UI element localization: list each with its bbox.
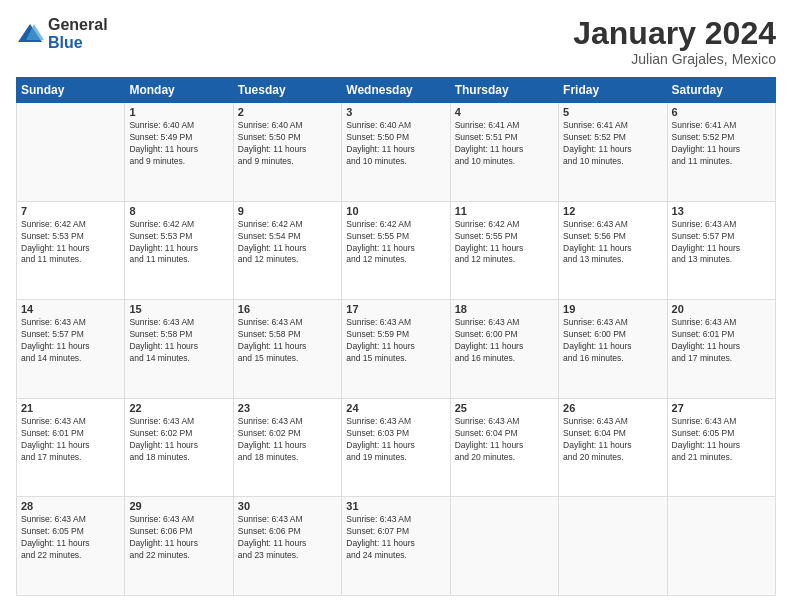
day-number: 6 — [672, 106, 771, 118]
day-number: 2 — [238, 106, 337, 118]
day-number: 20 — [672, 303, 771, 315]
title-area: January 2024 Julian Grajales, Mexico — [573, 16, 776, 67]
day-number: 10 — [346, 205, 445, 217]
day-info: Sunrise: 6:40 AM Sunset: 5:50 PM Dayligh… — [238, 120, 337, 168]
day-number: 13 — [672, 205, 771, 217]
day-number: 16 — [238, 303, 337, 315]
calendar-cell: 7Sunrise: 6:42 AM Sunset: 5:53 PM Daylig… — [17, 201, 125, 300]
calendar-body: 1Sunrise: 6:40 AM Sunset: 5:49 PM Daylig… — [17, 103, 776, 596]
day-of-week-header: Wednesday — [342, 78, 450, 103]
calendar-week-row: 14Sunrise: 6:43 AM Sunset: 5:57 PM Dayli… — [17, 300, 776, 399]
day-number: 5 — [563, 106, 662, 118]
day-number: 22 — [129, 402, 228, 414]
day-number: 8 — [129, 205, 228, 217]
header: General Blue January 2024 Julian Grajale… — [16, 16, 776, 67]
calendar-cell: 20Sunrise: 6:43 AM Sunset: 6:01 PM Dayli… — [667, 300, 775, 399]
logo-blue-text: Blue — [48, 34, 108, 52]
calendar-cell: 12Sunrise: 6:43 AM Sunset: 5:56 PM Dayli… — [559, 201, 667, 300]
logo-icon — [16, 20, 44, 48]
day-number: 25 — [455, 402, 554, 414]
day-info: Sunrise: 6:43 AM Sunset: 6:00 PM Dayligh… — [563, 317, 662, 365]
location-subtitle: Julian Grajales, Mexico — [573, 51, 776, 67]
day-info: Sunrise: 6:41 AM Sunset: 5:51 PM Dayligh… — [455, 120, 554, 168]
calendar-cell: 6Sunrise: 6:41 AM Sunset: 5:52 PM Daylig… — [667, 103, 775, 202]
day-info: Sunrise: 6:43 AM Sunset: 6:03 PM Dayligh… — [346, 416, 445, 464]
day-number: 17 — [346, 303, 445, 315]
logo-general-text: General — [48, 16, 108, 34]
calendar-cell: 8Sunrise: 6:42 AM Sunset: 5:53 PM Daylig… — [125, 201, 233, 300]
day-info: Sunrise: 6:43 AM Sunset: 6:02 PM Dayligh… — [238, 416, 337, 464]
calendar-week-row: 28Sunrise: 6:43 AM Sunset: 6:05 PM Dayli… — [17, 497, 776, 596]
day-info: Sunrise: 6:43 AM Sunset: 5:57 PM Dayligh… — [21, 317, 120, 365]
calendar-cell: 9Sunrise: 6:42 AM Sunset: 5:54 PM Daylig… — [233, 201, 341, 300]
day-of-week-header: Monday — [125, 78, 233, 103]
day-number: 7 — [21, 205, 120, 217]
calendar-week-row: 21Sunrise: 6:43 AM Sunset: 6:01 PM Dayli… — [17, 398, 776, 497]
calendar-cell: 22Sunrise: 6:43 AM Sunset: 6:02 PM Dayli… — [125, 398, 233, 497]
day-number: 15 — [129, 303, 228, 315]
day-of-week-header: Thursday — [450, 78, 558, 103]
calendar-cell: 3Sunrise: 6:40 AM Sunset: 5:50 PM Daylig… — [342, 103, 450, 202]
calendar-cell: 13Sunrise: 6:43 AM Sunset: 5:57 PM Dayli… — [667, 201, 775, 300]
day-number: 29 — [129, 500, 228, 512]
calendar-cell — [17, 103, 125, 202]
calendar-cell: 26Sunrise: 6:43 AM Sunset: 6:04 PM Dayli… — [559, 398, 667, 497]
day-number: 26 — [563, 402, 662, 414]
calendar-cell: 21Sunrise: 6:43 AM Sunset: 6:01 PM Dayli… — [17, 398, 125, 497]
day-info: Sunrise: 6:43 AM Sunset: 5:59 PM Dayligh… — [346, 317, 445, 365]
header-row: SundayMondayTuesdayWednesdayThursdayFrid… — [17, 78, 776, 103]
day-info: Sunrise: 6:43 AM Sunset: 6:06 PM Dayligh… — [129, 514, 228, 562]
month-title: January 2024 — [573, 16, 776, 51]
calendar-cell: 14Sunrise: 6:43 AM Sunset: 5:57 PM Dayli… — [17, 300, 125, 399]
day-info: Sunrise: 6:42 AM Sunset: 5:55 PM Dayligh… — [346, 219, 445, 267]
calendar-cell: 17Sunrise: 6:43 AM Sunset: 5:59 PM Dayli… — [342, 300, 450, 399]
day-info: Sunrise: 6:43 AM Sunset: 6:05 PM Dayligh… — [672, 416, 771, 464]
day-info: Sunrise: 6:40 AM Sunset: 5:49 PM Dayligh… — [129, 120, 228, 168]
calendar-cell — [559, 497, 667, 596]
calendar-cell: 2Sunrise: 6:40 AM Sunset: 5:50 PM Daylig… — [233, 103, 341, 202]
day-number: 3 — [346, 106, 445, 118]
calendar-cell: 1Sunrise: 6:40 AM Sunset: 5:49 PM Daylig… — [125, 103, 233, 202]
day-number: 18 — [455, 303, 554, 315]
day-info: Sunrise: 6:40 AM Sunset: 5:50 PM Dayligh… — [346, 120, 445, 168]
calendar-cell: 18Sunrise: 6:43 AM Sunset: 6:00 PM Dayli… — [450, 300, 558, 399]
day-number: 14 — [21, 303, 120, 315]
calendar-week-row: 1Sunrise: 6:40 AM Sunset: 5:49 PM Daylig… — [17, 103, 776, 202]
day-of-week-header: Friday — [559, 78, 667, 103]
calendar-cell: 31Sunrise: 6:43 AM Sunset: 6:07 PM Dayli… — [342, 497, 450, 596]
calendar-week-row: 7Sunrise: 6:42 AM Sunset: 5:53 PM Daylig… — [17, 201, 776, 300]
calendar-header: SundayMondayTuesdayWednesdayThursdayFrid… — [17, 78, 776, 103]
day-number: 21 — [21, 402, 120, 414]
day-of-week-header: Tuesday — [233, 78, 341, 103]
day-info: Sunrise: 6:43 AM Sunset: 6:01 PM Dayligh… — [672, 317, 771, 365]
day-info: Sunrise: 6:43 AM Sunset: 6:07 PM Dayligh… — [346, 514, 445, 562]
calendar-cell: 19Sunrise: 6:43 AM Sunset: 6:00 PM Dayli… — [559, 300, 667, 399]
calendar-cell: 5Sunrise: 6:41 AM Sunset: 5:52 PM Daylig… — [559, 103, 667, 202]
day-info: Sunrise: 6:42 AM Sunset: 5:53 PM Dayligh… — [21, 219, 120, 267]
day-info: Sunrise: 6:43 AM Sunset: 6:06 PM Dayligh… — [238, 514, 337, 562]
day-of-week-header: Saturday — [667, 78, 775, 103]
day-info: Sunrise: 6:42 AM Sunset: 5:55 PM Dayligh… — [455, 219, 554, 267]
day-info: Sunrise: 6:43 AM Sunset: 6:04 PM Dayligh… — [563, 416, 662, 464]
day-number: 4 — [455, 106, 554, 118]
day-info: Sunrise: 6:43 AM Sunset: 6:00 PM Dayligh… — [455, 317, 554, 365]
day-info: Sunrise: 6:43 AM Sunset: 6:05 PM Dayligh… — [21, 514, 120, 562]
calendar-cell: 27Sunrise: 6:43 AM Sunset: 6:05 PM Dayli… — [667, 398, 775, 497]
day-info: Sunrise: 6:41 AM Sunset: 5:52 PM Dayligh… — [563, 120, 662, 168]
day-info: Sunrise: 6:43 AM Sunset: 5:57 PM Dayligh… — [672, 219, 771, 267]
page: General Blue January 2024 Julian Grajale… — [0, 0, 792, 612]
day-info: Sunrise: 6:42 AM Sunset: 5:54 PM Dayligh… — [238, 219, 337, 267]
day-number: 9 — [238, 205, 337, 217]
calendar-cell: 16Sunrise: 6:43 AM Sunset: 5:58 PM Dayli… — [233, 300, 341, 399]
calendar-cell: 24Sunrise: 6:43 AM Sunset: 6:03 PM Dayli… — [342, 398, 450, 497]
logo: General Blue — [16, 16, 108, 51]
day-number: 23 — [238, 402, 337, 414]
calendar-cell: 23Sunrise: 6:43 AM Sunset: 6:02 PM Dayli… — [233, 398, 341, 497]
calendar-cell: 11Sunrise: 6:42 AM Sunset: 5:55 PM Dayli… — [450, 201, 558, 300]
day-info: Sunrise: 6:43 AM Sunset: 5:58 PM Dayligh… — [238, 317, 337, 365]
day-number: 30 — [238, 500, 337, 512]
day-info: Sunrise: 6:43 AM Sunset: 6:04 PM Dayligh… — [455, 416, 554, 464]
day-info: Sunrise: 6:43 AM Sunset: 5:56 PM Dayligh… — [563, 219, 662, 267]
day-number: 27 — [672, 402, 771, 414]
day-info: Sunrise: 6:41 AM Sunset: 5:52 PM Dayligh… — [672, 120, 771, 168]
